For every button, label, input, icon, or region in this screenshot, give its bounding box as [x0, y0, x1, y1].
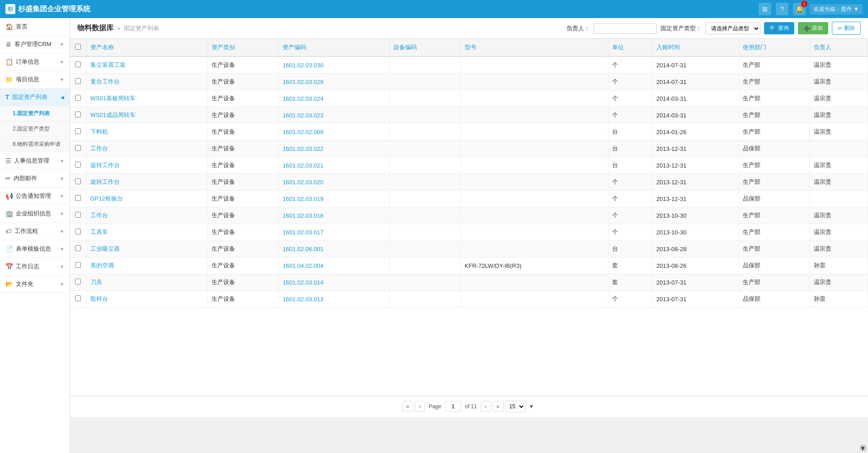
asset-code-link[interactable]: 1601.02.03.013 [283, 296, 323, 303]
row-asset-code[interactable]: 1601.02.03.024 [279, 90, 390, 107]
asset-name-link[interactable]: 旋转工作台 [90, 162, 120, 168]
asset-type-select[interactable]: 请选择产品类型 [705, 23, 760, 34]
row-asset-code[interactable]: 1601.02.03.022 [279, 140, 390, 157]
asset-name-link[interactable]: 取样台 [90, 295, 108, 302]
prev-page-button[interactable]: ‹ [415, 401, 425, 412]
row-checkbox[interactable] [70, 140, 86, 157]
th-asset-category[interactable]: 资产类别 [208, 39, 279, 56]
asset-name-link[interactable]: 旋转工作台 [90, 178, 120, 185]
row-checkbox[interactable] [70, 107, 86, 124]
th-responsible[interactable]: 负责人 [810, 39, 868, 56]
sidebar-item-fixed-asset[interactable]: T 固定资产列表 ◀ [0, 89, 70, 106]
sidebar-item-crm[interactable]: 🖥 客户管理CRM ▼ [0, 36, 70, 53]
th-asset-code[interactable]: 资产编码 [279, 39, 390, 56]
row-select-checkbox[interactable] [75, 112, 81, 117]
asset-name-link[interactable]: 美的空调 [90, 262, 114, 269]
asset-code-link[interactable]: 1601.02.03.017 [283, 229, 323, 236]
asset-name-link[interactable]: 下料机 [90, 128, 108, 135]
row-asset-name[interactable]: 刀具 [86, 274, 208, 291]
per-page-select[interactable]: 15 20 30 50 [505, 401, 525, 412]
asset-name-link[interactable]: WS01成品周转车 [90, 112, 136, 118]
sidebar-item-folder[interactable]: 📂 文件夹 ▼ [0, 276, 70, 293]
asset-name-link[interactable]: 工业吸尘器 [90, 245, 120, 252]
row-asset-code[interactable]: 1601.02.02.009 [279, 124, 390, 140]
asset-code-link[interactable]: 1601.02.03.024 [283, 95, 323, 102]
sidebar-item-mail[interactable]: ✏ 内部邮件 ▼ [0, 170, 70, 187]
row-asset-name[interactable]: 集尘装置工装 [86, 56, 208, 74]
row-asset-name[interactable]: WS01成品周转车 [86, 107, 208, 124]
row-select-checkbox[interactable] [75, 61, 81, 67]
row-asset-name[interactable]: 复合工作台 [86, 74, 208, 90]
row-select-checkbox[interactable] [75, 128, 81, 134]
asset-code-link[interactable]: 1601.02.03.023 [283, 112, 323, 119]
sidebar-item-project[interactable]: 📁 项目信息 ▼ [0, 71, 70, 89]
asset-code-link[interactable]: 1601.02.03.029 [283, 79, 323, 85]
row-asset-name[interactable]: 美的空调 [86, 257, 208, 274]
asset-name-link[interactable]: GP12检验台 [90, 195, 123, 202]
row-select-checkbox[interactable] [75, 95, 81, 101]
sub-item-fixed-list[interactable]: 1.固定资产列表 [0, 106, 70, 121]
row-asset-name[interactable]: 工具车 [86, 224, 208, 241]
row-checkbox[interactable] [70, 90, 86, 107]
row-select-checkbox[interactable] [75, 295, 81, 301]
row-asset-code[interactable]: 1601.02.03.019 [279, 191, 390, 207]
user-info[interactable]: 欢迎光临：楚丹 ▼ [810, 4, 863, 14]
row-asset-name[interactable]: 工作台 [86, 140, 208, 157]
row-asset-name[interactable]: GP12检验台 [86, 191, 208, 207]
row-asset-name[interactable]: 工业吸尘器 [86, 241, 208, 257]
row-checkbox[interactable] [70, 157, 86, 174]
add-button[interactable]: ➕ 添加 [798, 22, 828, 34]
asset-name-link[interactable]: 工作台 [90, 145, 108, 152]
search-button[interactable]: 🔍 查询 [764, 22, 794, 34]
row-asset-code[interactable]: 1601.02.03.021 [279, 157, 390, 174]
row-select-checkbox[interactable] [75, 145, 81, 151]
sidebar-item-template[interactable]: 📄 表单模板信息 ▼ [0, 240, 70, 258]
row-checkbox[interactable] [70, 56, 86, 74]
row-asset-code[interactable]: 1601.02.03.018 [279, 207, 390, 224]
sub-item-fixed-type[interactable]: 2.固定资产类型 [0, 121, 70, 137]
sidebar-item-home[interactable]: 🏠 首页 [0, 18, 70, 36]
row-checkbox[interactable] [70, 191, 86, 207]
row-select-checkbox[interactable] [75, 262, 81, 268]
row-checkbox[interactable] [70, 124, 86, 140]
row-asset-code[interactable]: 1601.02.03.023 [279, 107, 390, 124]
delete-button[interactable]: ✏ 删除 [832, 22, 861, 35]
grid-icon-btn[interactable]: ⊞ [759, 3, 771, 15]
asset-code-link[interactable]: 1601.02.03.020 [283, 179, 323, 186]
th-entry-date[interactable]: 入账时间 [652, 39, 739, 56]
row-asset-code[interactable]: 1601.02.03.020 [279, 174, 390, 191]
responsible-input[interactable] [594, 23, 657, 34]
row-checkbox[interactable] [70, 174, 86, 191]
next-page-button[interactable]: › [481, 401, 491, 412]
sidebar-item-hr[interactable]: ☰ 人事信息管理 ▼ [0, 152, 70, 170]
sidebar-item-order[interactable]: 📋 订单信息 ▼ [0, 53, 70, 71]
row-select-checkbox[interactable] [75, 212, 81, 218]
last-page-button[interactable]: » [492, 401, 504, 412]
row-asset-code[interactable]: 1601.02.06.001 [279, 241, 390, 257]
row-asset-name[interactable]: WS01基板周转车 [86, 90, 208, 107]
row-asset-name[interactable]: 旋转工作台 [86, 174, 208, 191]
sidebar-item-org[interactable]: 🏢 企业组织信息 ▼ [0, 205, 70, 223]
row-asset-name[interactable]: 下料机 [86, 124, 208, 140]
row-checkbox[interactable] [70, 224, 86, 241]
sub-item-material-req[interactable]: 8.物料需求采购申请 [0, 137, 70, 152]
row-asset-name[interactable]: 取样台 [86, 291, 208, 308]
asset-name-link[interactable]: 工作台 [90, 212, 108, 219]
th-model[interactable]: 型号 [461, 39, 608, 56]
row-checkbox[interactable] [70, 291, 86, 308]
row-checkbox[interactable] [70, 257, 86, 274]
sidebar-item-worklog[interactable]: 📅 工作日志 ▼ [0, 258, 70, 276]
row-asset-code[interactable]: 1601.04.02.004 [279, 257, 390, 274]
current-page-input[interactable]: 1 [445, 401, 461, 412]
row-select-checkbox[interactable] [75, 245, 81, 251]
scroll-to-bottom-indicator[interactable]: ▼ [860, 445, 866, 451]
notification-badge[interactable]: 🔔 1 [793, 3, 806, 15]
row-select-checkbox[interactable] [75, 162, 81, 168]
asset-code-link[interactable]: 1601.02.06.001 [283, 246, 323, 252]
row-checkbox[interactable] [70, 241, 86, 257]
row-asset-code[interactable]: 1601.02.03.013 [279, 291, 390, 308]
row-select-checkbox[interactable] [75, 279, 81, 285]
asset-code-link[interactable]: 1601.02.03.030 [283, 62, 323, 69]
asset-name-link[interactable]: WS01基板周转车 [90, 95, 136, 102]
row-select-checkbox[interactable] [75, 195, 81, 201]
